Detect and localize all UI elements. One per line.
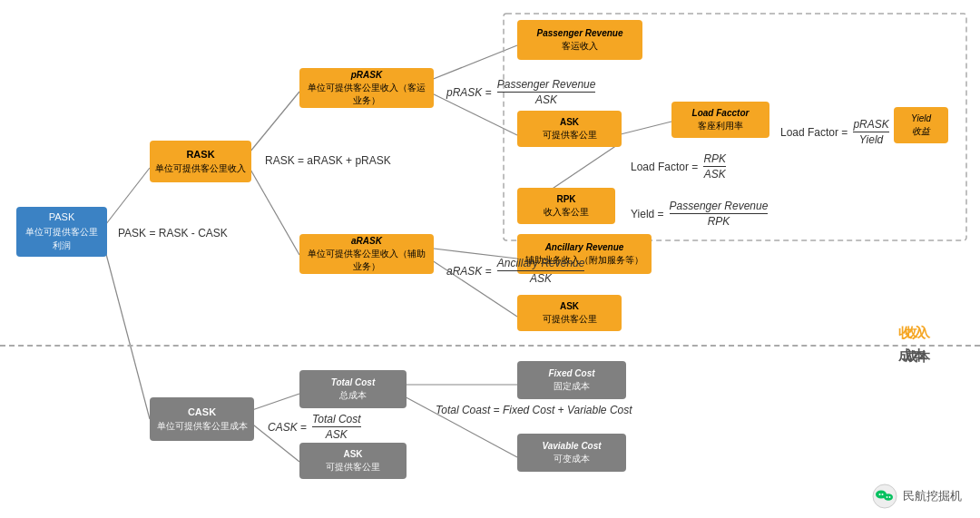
fixed-cost-box: Fixed Cost固定成本 xyxy=(517,361,626,399)
passenger-revenue-box: Passenger Revenue客运收入 xyxy=(517,20,642,60)
total-cost-box: Total Cost总成本 xyxy=(299,370,407,408)
svg-line-0 xyxy=(103,168,150,229)
ask-cost-box: ASK可提供客公里 xyxy=(299,443,407,479)
cask-formula: CASK = Total Cost ASK xyxy=(268,413,363,441)
svg-point-18 xyxy=(882,494,884,495)
svg-point-20 xyxy=(887,496,888,498)
pask-formula: PASK = RASK - CASK xyxy=(118,227,228,239)
total-coast-formula: Total Coast = Fixed Cost + Variable Cost xyxy=(436,404,632,416)
svg-line-6 xyxy=(617,122,671,135)
ask-top-box: ASK可提供客公里 xyxy=(517,111,622,147)
svg-line-4 xyxy=(426,45,517,82)
rpk-box: RPK收入客公里 xyxy=(517,188,615,224)
svg-point-17 xyxy=(879,494,881,495)
prask-formula: pRASK = Passenger Revenue ASK xyxy=(446,78,597,106)
revenue-section-label: 收入 xyxy=(905,325,930,341)
svg-line-10 xyxy=(250,394,299,411)
svg-line-2 xyxy=(250,92,299,152)
prask-box: pRASK单位可提供客公里收入（客运业务） xyxy=(299,68,434,108)
cost-section-label: 成本 xyxy=(905,349,930,366)
variable-cost-box: Vaviable Cost可变成本 xyxy=(517,434,626,472)
revenue-cost-divider xyxy=(0,345,980,347)
load-factor-box: Load Facctor客座利用率 xyxy=(671,102,769,138)
load-factor-formula: Load Factor = RPK ASK xyxy=(631,152,728,181)
wechat-icon xyxy=(872,484,897,509)
load-factor-formula-right: Load Factor = pRASK Yield xyxy=(780,118,891,146)
pask-box: PASK单位可提供客公里利润 xyxy=(16,207,107,257)
svg-line-1 xyxy=(103,240,150,419)
cask-box: CASK单位可提供客公里成本 xyxy=(150,397,254,441)
wechat-branding: 民航挖掘机 xyxy=(872,484,962,509)
svg-point-21 xyxy=(889,496,891,498)
ask-bottom-box: ASK可提供客公里 xyxy=(517,295,622,331)
yield-box: Yield收益 xyxy=(894,107,948,143)
rask-formula: RASK = aRASK + pRASK xyxy=(265,154,391,167)
wechat-label: 民航挖掘机 xyxy=(903,488,962,504)
arask-formula: aRASK = Ancillary Revenue ASK xyxy=(446,257,586,285)
svg-line-3 xyxy=(250,168,299,255)
rask-box: RASK单位可提供客公里收入 xyxy=(150,141,251,182)
yield-formula: Yield = Passenger Revenue RPK xyxy=(631,200,769,228)
svg-point-19 xyxy=(884,494,893,501)
diagram: 收入 成本 PASK单位可提供客公里利润 PASK = RASK - CASK … xyxy=(0,0,980,518)
arask-box: aRASK单位可提供客公里收入（辅助业务） xyxy=(299,234,434,274)
